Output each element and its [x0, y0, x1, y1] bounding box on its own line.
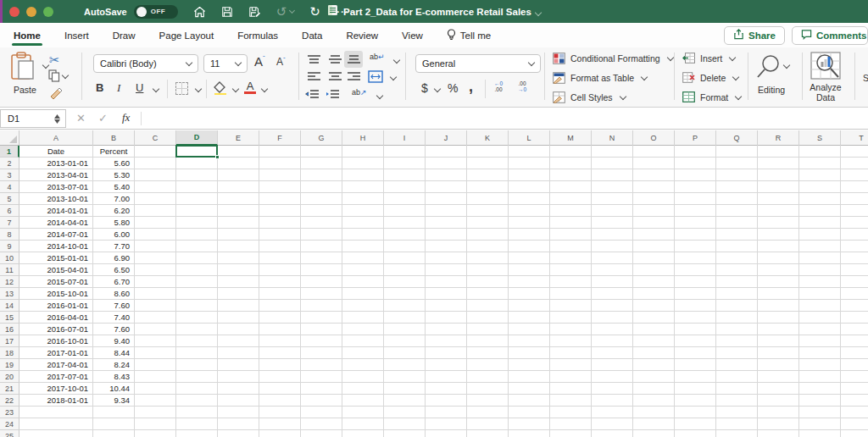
cell-S19[interactable] [799, 359, 841, 371]
cell-R8[interactable] [758, 229, 799, 241]
cell-S1[interactable] [799, 146, 841, 158]
cell-H14[interactable] [342, 300, 384, 312]
cell-R18[interactable] [758, 347, 799, 359]
column-header-S[interactable]: S [799, 130, 841, 146]
cell-F16[interactable] [259, 324, 301, 335]
cell-Q19[interactable] [716, 359, 758, 371]
cell-F25[interactable] [259, 430, 301, 437]
cell-E24[interactable] [218, 418, 259, 430]
cell-S20[interactable] [799, 371, 841, 383]
cell-C6[interactable] [135, 205, 176, 217]
cell-Q7[interactable] [716, 217, 758, 229]
cell-I13[interactable] [384, 288, 426, 300]
cell-E4[interactable] [218, 181, 259, 193]
cell-B20[interactable]: 8.43 [93, 371, 135, 383]
cell-F5[interactable] [259, 193, 301, 205]
save-icon[interactable] [221, 6, 233, 18]
cell-T9[interactable] [841, 241, 868, 252]
cell-T5[interactable] [841, 193, 868, 205]
cell-T22[interactable] [841, 395, 868, 407]
cell-F13[interactable] [259, 288, 301, 300]
column-header-J[interactable]: J [426, 130, 467, 146]
cell-E3[interactable] [218, 169, 259, 181]
cell-Q22[interactable] [716, 395, 758, 407]
cell-S18[interactable] [799, 347, 841, 359]
cell-A9[interactable]: 2014-10-01 [19, 241, 93, 252]
cell-L20[interactable] [509, 371, 550, 383]
cell-H7[interactable] [342, 217, 384, 229]
cell-M19[interactable] [550, 359, 592, 371]
cell-A3[interactable]: 2013-04-01 [19, 169, 93, 181]
row-header-25[interactable]: 25 [0, 430, 19, 437]
format-as-table-button[interactable]: Format as Table [553, 72, 647, 84]
cell-J21[interactable] [426, 383, 467, 395]
cell-H10[interactable] [342, 252, 384, 264]
cell-L18[interactable] [509, 347, 550, 359]
cell-P20[interactable] [675, 371, 716, 383]
cell-I23[interactable] [384, 407, 426, 418]
cell-F1[interactable] [259, 146, 301, 158]
cell-Q1[interactable] [716, 146, 758, 158]
cell-J9[interactable] [426, 241, 467, 252]
cell-L25[interactable] [509, 430, 550, 437]
cell-O5[interactable] [633, 193, 675, 205]
cell-L2[interactable] [509, 158, 550, 169]
cell-B18[interactable]: 8.44 [93, 347, 135, 359]
cell-L6[interactable] [509, 205, 550, 217]
paste-dropdown-chevron[interactable] [42, 62, 49, 69]
cell-B5[interactable]: 7.00 [93, 193, 135, 205]
row-header-22[interactable]: 22 [0, 395, 19, 407]
cell-G4[interactable] [301, 181, 342, 193]
cell-O3[interactable] [633, 169, 675, 181]
cell-E19[interactable] [218, 359, 259, 371]
cell-C23[interactable] [135, 407, 176, 418]
cell-K18[interactable] [467, 347, 509, 359]
cell-I11[interactable] [384, 264, 426, 276]
cell-F17[interactable] [259, 335, 301, 347]
cell-G20[interactable] [301, 371, 342, 383]
minimize-window-button[interactable] [26, 7, 36, 17]
cell-K15[interactable] [467, 312, 509, 324]
cell-E2[interactable] [218, 158, 259, 169]
cell-M1[interactable] [550, 146, 592, 158]
cell-J5[interactable] [426, 193, 467, 205]
cell-N11[interactable] [592, 264, 633, 276]
cell-I22[interactable] [384, 395, 426, 407]
column-header-P[interactable]: P [675, 130, 716, 146]
cell-M5[interactable] [550, 193, 592, 205]
cell-H2[interactable] [342, 158, 384, 169]
cell-L8[interactable] [509, 229, 550, 241]
cell-J17[interactable] [426, 335, 467, 347]
font-color-icon[interactable]: A [244, 80, 256, 94]
cell-A21[interactable]: 2017-10-01 [19, 383, 93, 395]
cell-I17[interactable] [384, 335, 426, 347]
row-header-17[interactable]: 17 [0, 335, 19, 347]
cell-K1[interactable] [467, 146, 509, 158]
zoom-window-button[interactable] [43, 7, 53, 17]
row-header-23[interactable]: 23 [0, 407, 19, 418]
cell-S17[interactable] [799, 335, 841, 347]
cell-C20[interactable] [135, 371, 176, 383]
cell-O9[interactable] [633, 241, 675, 252]
cell-S24[interactable] [799, 418, 841, 430]
cell-O11[interactable] [633, 264, 675, 276]
selection-fill-handle[interactable] [215, 155, 220, 159]
cell-D20[interactable] [176, 371, 218, 383]
cell-F14[interactable] [259, 300, 301, 312]
cell-E6[interactable] [218, 205, 259, 217]
cell-K13[interactable] [467, 288, 509, 300]
cell-M9[interactable] [550, 241, 592, 252]
cell-L10[interactable] [509, 252, 550, 264]
cell-N16[interactable] [592, 324, 633, 335]
cell-K21[interactable] [467, 383, 509, 395]
cell-A15[interactable]: 2016-04-01 [19, 312, 93, 324]
column-header-G[interactable]: G [301, 130, 342, 146]
cell-N13[interactable] [592, 288, 633, 300]
cell-Q12[interactable] [716, 276, 758, 288]
cell-R24[interactable] [758, 418, 799, 430]
row-header-19[interactable]: 19 [0, 359, 19, 371]
cell-E1[interactable] [218, 146, 259, 158]
cell-G16[interactable] [301, 324, 342, 335]
cell-B2[interactable]: 5.60 [93, 158, 135, 169]
cell-I25[interactable] [384, 430, 426, 437]
